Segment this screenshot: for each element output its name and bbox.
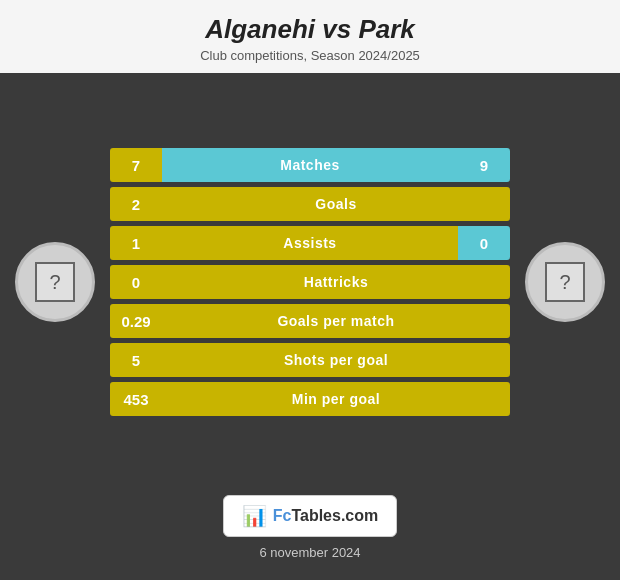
shots-per-goal-label: Shots per goal	[162, 343, 510, 377]
match-subtitle: Club competitions, Season 2024/2025	[20, 48, 600, 63]
main-content: ? 7 Matches 9 2 Goals 1 Assists 0	[0, 73, 620, 491]
right-player-side: ?	[510, 242, 620, 322]
match-title: Alganehi vs Park	[20, 14, 600, 45]
stat-row-hattricks: 0 Hattricks	[110, 265, 510, 299]
left-player-placeholder: ?	[35, 262, 75, 302]
matches-right-val: 9	[458, 148, 510, 182]
stat-row-matches: 7 Matches 9	[110, 148, 510, 182]
assists-right-val: 0	[458, 226, 510, 260]
shots-per-goal-left-val: 5	[110, 343, 162, 377]
stat-row-goals: 2 Goals	[110, 187, 510, 221]
watermark-box: 📊 FcTables.com	[223, 495, 398, 537]
bottom-area: 📊 FcTables.com 6 november 2024	[223, 491, 398, 580]
chart-icon: 📊	[242, 504, 267, 528]
hattricks-left-val: 0	[110, 265, 162, 299]
date-line: 6 november 2024	[259, 545, 360, 560]
right-player-avatar: ?	[525, 242, 605, 322]
matches-label: Matches	[162, 148, 458, 182]
left-player-avatar: ?	[15, 242, 95, 322]
watermark-section: 📊 FcTables.com	[223, 495, 398, 537]
stat-row-shots-per-goal: 5 Shots per goal	[110, 343, 510, 377]
stat-row-assists: 1 Assists 0	[110, 226, 510, 260]
goals-left-val: 2	[110, 187, 162, 221]
hattricks-label: Hattricks	[162, 265, 510, 299]
main-container: Alganehi vs Park Club competitions, Seas…	[0, 0, 620, 580]
right-player-placeholder: ?	[545, 262, 585, 302]
min-per-goal-left-val: 453	[110, 382, 162, 416]
goals-per-match-left-val: 0.29	[110, 304, 162, 338]
goals-per-match-label: Goals per match	[162, 304, 510, 338]
goals-label: Goals	[162, 187, 510, 221]
stat-row-min-per-goal: 453 Min per goal	[110, 382, 510, 416]
stats-section: 7 Matches 9 2 Goals 1 Assists 0 0 Hattri…	[110, 148, 510, 416]
header-section: Alganehi vs Park Club competitions, Seas…	[0, 0, 620, 73]
min-per-goal-label: Min per goal	[162, 382, 510, 416]
brand-fc: Fc	[273, 507, 292, 524]
matches-left-val: 7	[110, 148, 162, 182]
stat-row-goals-per-match: 0.29 Goals per match	[110, 304, 510, 338]
brand-text: FcTables.com	[273, 507, 379, 525]
assists-label: Assists	[162, 226, 458, 260]
left-player-side: ?	[0, 242, 110, 322]
assists-left-val: 1	[110, 226, 162, 260]
